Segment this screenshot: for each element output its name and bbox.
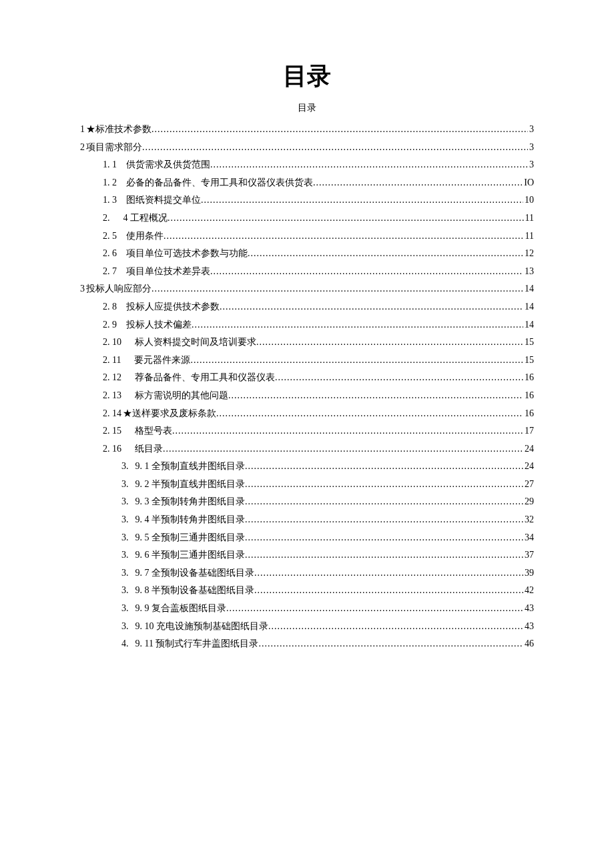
toc-entry-text: 标方需说明的其他问题 [121, 387, 228, 405]
toc-entry-leader [190, 352, 523, 370]
toc-entry-text: 9. 10 充电设施预制基础图纸目录 [129, 618, 269, 636]
page-subtitle: 目录 [80, 102, 534, 114]
toc-entry-text: 图纸资料提交单位 [117, 191, 201, 209]
toc-entry-page: 17 [523, 422, 534, 440]
toc-entry: 3.9. 6 半预制三通井图纸目录37 [80, 546, 534, 564]
toc-entry-page: 43 [523, 600, 534, 618]
toc-entry-leader [245, 546, 523, 564]
toc-entry-leader [216, 405, 523, 423]
toc-entry-number: 3. [121, 511, 129, 529]
toc-entry-leader [248, 245, 523, 263]
toc-entry-number: 3. [121, 476, 129, 494]
toc-entry-leader [245, 493, 523, 511]
toc-entry-page: 3 [528, 156, 534, 174]
toc-entry-number: 3. [121, 458, 129, 476]
toc-entry-text: 项目单位可选技术参数与功能 [117, 245, 248, 263]
toc-entry-page: 12 [523, 245, 534, 263]
toc-entry-leader [256, 334, 523, 352]
toc-entry-page: 46 [523, 635, 534, 653]
toc-entry-number: 1. 3 [103, 191, 117, 209]
toc-entry-leader [192, 316, 523, 334]
toc-entry-number: 2. 13 [103, 387, 121, 405]
toc-entry-page: 37 [523, 546, 534, 564]
toc-entry-page: IO [523, 174, 534, 192]
toc-entry-text: 投标人响应部分 [85, 280, 151, 298]
toc-entry-number: 2. 5 [103, 228, 117, 246]
toc-entry: 2. 9投标人技术偏差14 [80, 316, 534, 334]
toc-entry-text: 荐备品备件、专用工具和仪器仪表 [121, 369, 275, 387]
toc-entry-text: 9. 1 全预制直线井图纸目录 [129, 458, 246, 476]
toc-entry-text: 使用条件 [117, 228, 164, 246]
toc-entry-number: 4. [121, 635, 129, 653]
toc-entry-text: 必备的备品备件、专用工具和仪器仪表供货表 [117, 174, 313, 192]
toc-entry: 2项目需求部分3 [80, 139, 534, 157]
toc-entry: 2. 10标人资料提交时间及培训要求15 [80, 334, 534, 352]
toc-entry: 3.9. 7 全预制设备基础图纸目录39 [80, 564, 534, 582]
toc-entry-page: 11 [524, 228, 534, 246]
toc-entry-leader [201, 191, 523, 209]
toc-entry: 2. 11要元器件来源15 [80, 352, 534, 370]
toc-entry: 2. 13标方需说明的其他问题16 [80, 387, 534, 405]
toc-entry-leader [245, 529, 523, 547]
toc-entry-text: ★标准技术参数 [85, 121, 151, 139]
toc-entry-text: 9. 7 全预制设备基础图纸目录 [129, 564, 255, 582]
toc-entry-page: 14 [523, 298, 534, 316]
toc-entry-number: 2. 10 [103, 334, 121, 352]
toc-entry-text: 9. 11 预制式行车井盖图纸目录 [129, 635, 259, 653]
toc-entry: 3.9. 9 复合盖板图纸目录43 [80, 600, 534, 618]
toc-entry-leader [168, 209, 524, 228]
toc-entry-page: 15 [523, 334, 534, 352]
toc-entry-number: 2. 8 [103, 298, 117, 316]
toc-entry-page: 11 [524, 209, 534, 228]
toc-entry-text: 9. 2 半预制直线井图纸目录 [129, 476, 246, 494]
toc-entry-leader [275, 369, 523, 387]
toc-entry: 2. 14★送样要求及废标条款16 [80, 405, 534, 423]
toc-entry-page: 24 [523, 458, 534, 476]
toc-entry-leader [151, 280, 523, 298]
toc-entry-text: 要元器件来源 [121, 352, 190, 370]
toc-entry-text: 9. 8 半预制设备基础图纸目录 [129, 582, 255, 600]
toc-entry-number: 3. [121, 618, 129, 636]
toc-entry: 2. 15格型号表17 [80, 422, 534, 440]
toc-entry-page: 13 [523, 263, 534, 281]
toc-entry: 2. 8投标人应提供技术参数14 [80, 298, 534, 316]
toc-entry-page: 43 [523, 618, 534, 636]
toc-entry-number: 1 [80, 121, 85, 139]
toc-entry-leader [151, 121, 528, 139]
toc-entry-text: 项目需求部分 [85, 139, 142, 157]
toc-entry-number: 3. [121, 582, 129, 600]
toc-entry-text: 项目单位技术差异表 [117, 263, 210, 281]
toc-entry-text: 纸目录 [121, 440, 163, 458]
toc-entry-number: 3. [121, 493, 129, 511]
toc-entry-leader [258, 635, 523, 653]
page-title: 目录 [80, 60, 534, 93]
toc-entry-leader [210, 156, 528, 174]
toc-entry-page: 42 [523, 582, 534, 600]
toc-entry-page: 16 [523, 369, 534, 387]
toc-entry-page: 24 [523, 440, 534, 458]
toc-entry-text: 标人资料提交时间及培训要求 [121, 334, 256, 352]
toc-entry-number: 3. [121, 529, 129, 547]
toc-entry-number: 3. [121, 546, 129, 564]
toc-entry-leader [245, 458, 523, 476]
toc-entry: 4.9. 11 预制式行车井盖图纸目录46 [80, 635, 534, 653]
toc-entry-number: 2. 6 [103, 245, 117, 263]
toc-entry-number: 2. 9 [103, 316, 117, 334]
toc-entry-number: 3. [121, 600, 129, 618]
toc-entry-page: 27 [523, 476, 534, 494]
toc-entry-number: 2. 11 [103, 352, 121, 370]
toc-entry-text: 9. 5 全预制三通井图纸目录 [129, 529, 246, 547]
toc-entry-text: 投标人技术偏差 [117, 316, 192, 334]
toc-entry-leader [172, 422, 523, 440]
toc-entry-number: 2. 16 [103, 440, 121, 458]
toc-entry-leader [245, 476, 523, 494]
toc-entry: 1. 1供货需求及供货范围3 [80, 156, 534, 174]
toc-entry: 2. 12荐备品备件、专用工具和仪器仪表16 [80, 369, 534, 387]
toc-entry: 1 ★标准技术参数3 [80, 121, 534, 139]
toc-entry: 3.9. 1 全预制直线井图纸目录24 [80, 458, 534, 476]
toc-entry-page: 10 [523, 191, 534, 209]
toc-entry: 3.9. 5 全预制三通井图纸目录34 [80, 529, 534, 547]
toc-entry-leader [254, 582, 523, 600]
toc-entry-page: 14 [523, 280, 534, 298]
toc-entry-page: 29 [523, 493, 534, 511]
